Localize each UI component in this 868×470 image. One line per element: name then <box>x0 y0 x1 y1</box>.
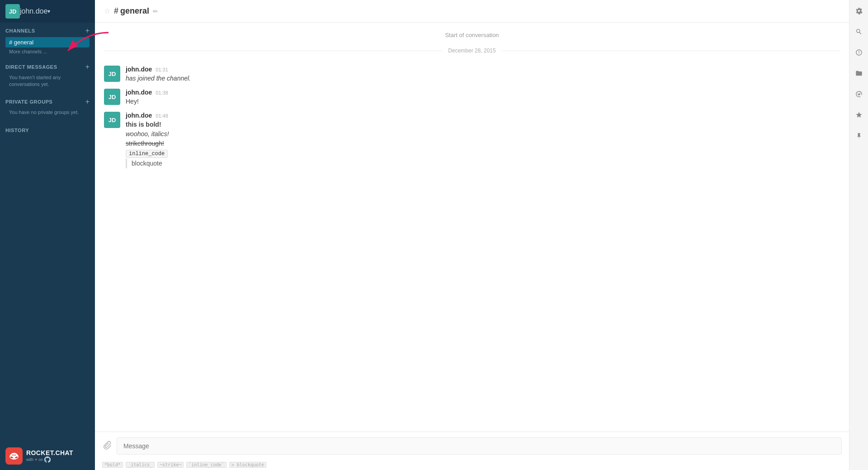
private-groups-empty: You have no private groups yet. <box>5 108 90 119</box>
add-dm-button[interactable]: + <box>85 63 90 71</box>
quote-hint: > blockquote <box>229 462 266 467</box>
chevron-down-icon: ▾ <box>47 8 50 14</box>
private-groups-section: PRIVATE GROUPS + You have no private gro… <box>0 94 95 121</box>
avatar: JD <box>104 89 120 105</box>
message-input-area <box>95 432 849 460</box>
sidebar-item-general[interactable]: # general <box>5 37 90 47</box>
star-icon[interactable] <box>853 109 865 121</box>
rocket-chat-logo: ROCKET.CHAT with ♥ on <box>5 447 73 465</box>
message-time: 01:38 <box>156 90 168 95</box>
rocket-icon[interactable] <box>853 46 865 59</box>
avatar: JD <box>104 112 120 128</box>
chat-body: Start of conversation December 28, 2015 … <box>95 23 849 432</box>
pin-icon[interactable] <box>853 129 865 142</box>
italic-hint: _italics_ <box>126 462 155 467</box>
message-time: 01:48 <box>156 113 168 119</box>
chat-header: ☆ # general ✏ <box>95 0 849 23</box>
message-username: john.doe <box>126 66 152 73</box>
sidebar-footer: ROCKET.CHAT with ♥ on <box>0 442 95 470</box>
message-text: Hey! <box>126 97 840 106</box>
at-icon[interactable] <box>853 88 865 100</box>
message-text: this is bold! woohoo, italics! strikethr… <box>126 120 840 168</box>
hash-icon: # <box>114 6 118 16</box>
history-section: HISTORY <box>0 121 95 136</box>
strike-hint: ~strike~ <box>157 462 184 467</box>
blockquote: blockquote <box>126 159 840 168</box>
message-username: john.doe <box>126 89 152 96</box>
search-icon[interactable] <box>853 25 865 38</box>
edit-channel-icon[interactable]: ✏ <box>153 8 158 15</box>
username-label: john.doe <box>20 7 47 15</box>
folder-icon[interactable] <box>853 67 865 80</box>
rocket-chat-text: ROCKET.CHAT with ♥ on <box>26 449 73 463</box>
svg-point-4 <box>12 455 13 456</box>
add-channel-button[interactable]: + <box>85 27 90 34</box>
avatar: JD <box>5 4 20 19</box>
add-group-button[interactable]: + <box>85 98 90 105</box>
direct-messages-section: DIRECT MESSAGES + You haven't started an… <box>0 59 95 94</box>
svg-point-6 <box>15 455 16 456</box>
history-title[interactable]: HISTORY <box>5 128 29 133</box>
rocket-logo-icon <box>5 447 23 465</box>
message-content: john.doe 01:31 has joined the channel. <box>126 66 840 83</box>
favorite-icon[interactable]: ☆ <box>104 7 110 15</box>
code-hint: `inline_code` <box>186 462 226 467</box>
bold-hint: *bold* <box>102 462 123 467</box>
rocket-chat-sub: with ♥ on <box>26 456 73 463</box>
attach-button[interactable] <box>102 440 112 452</box>
channel-name-general: # general <box>9 39 33 46</box>
table-row: JD john.doe 01:31 has joined the channel… <box>95 63 849 86</box>
inline-code: inline_code <box>126 150 168 158</box>
message-content: john.doe 01:38 Hey! <box>126 89 840 106</box>
channel-name-heading: general <box>120 6 149 16</box>
rocket-chat-name: ROCKET.CHAT <box>26 449 73 456</box>
direct-messages-title: DIRECT MESSAGES <box>5 64 57 70</box>
message-content: john.doe 01:48 this is bold! woohoo, ita… <box>126 112 840 168</box>
private-groups-title: PRIVATE GROUPS <box>5 99 52 104</box>
start-of-conversation: Start of conversation <box>95 32 849 38</box>
message-text: has joined the channel. <box>126 74 840 83</box>
message-time: 01:31 <box>156 67 168 72</box>
right-toolbar <box>849 0 868 470</box>
more-channels-link[interactable]: More channels ... <box>5 48 90 57</box>
message-input[interactable] <box>117 437 842 455</box>
svg-point-5 <box>14 455 14 456</box>
table-row: JD john.doe 01:48 this is bold! woohoo, … <box>95 109 849 171</box>
date-divider: December 28, 2015 <box>104 47 840 54</box>
direct-messages-empty: You haven't started any conversations ye… <box>5 73 90 92</box>
avatar: JD <box>104 66 120 82</box>
format-hints: *bold* _italics_ ~strike~ `inline_code` … <box>95 460 849 470</box>
sidebar-header[interactable]: JD john.doe ▾ <box>0 0 95 23</box>
gear-icon[interactable] <box>853 5 865 17</box>
channels-section: CHANNELS + # general More channels ... <box>0 23 95 59</box>
table-row: JD john.doe 01:38 Hey! <box>95 86 849 109</box>
message-username: john.doe <box>126 112 152 119</box>
date-label: December 28, 2015 <box>443 47 501 54</box>
channels-title: CHANNELS <box>5 28 35 33</box>
